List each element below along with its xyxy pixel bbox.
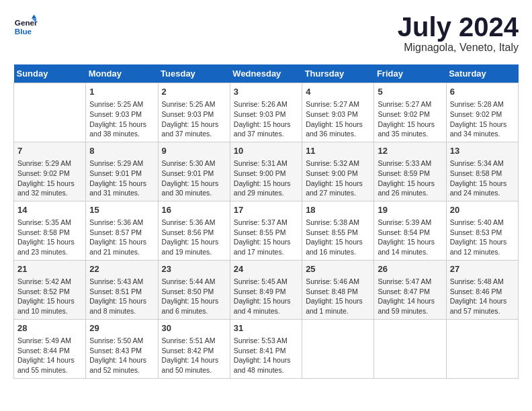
day-info: Sunrise: 5:34 AM Sunset: 8:58 PM Dayligh… [450, 158, 515, 198]
day-info: Sunrise: 5:50 AM Sunset: 8:43 PM Dayligh… [89, 336, 154, 375]
column-header-tuesday: Tuesday [158, 64, 230, 83]
day-info: Sunrise: 5:53 AM Sunset: 8:41 PM Dayligh… [234, 336, 298, 375]
day-info: Sunrise: 5:25 AM Sunset: 9:03 PM Dayligh… [162, 99, 226, 139]
svg-marker-2 [32, 15, 36, 18]
column-header-sunday: Sunday [14, 64, 86, 83]
header: General Blue July 2024 Mignagola, Veneto… [13, 13, 519, 54]
day-number: 11 [306, 145, 370, 157]
day-number: 14 [17, 204, 82, 216]
day-info: Sunrise: 5:37 AM Sunset: 8:55 PM Dayligh… [234, 218, 298, 257]
day-cell: 8Sunrise: 5:29 AM Sunset: 9:01 PM Daylig… [86, 142, 158, 201]
column-header-friday: Friday [374, 64, 446, 83]
day-cell: 26Sunrise: 5:47 AM Sunset: 8:47 PM Dayli… [374, 260, 446, 319]
day-info: Sunrise: 5:35 AM Sunset: 8:58 PM Dayligh… [17, 218, 82, 257]
day-info: Sunrise: 5:44 AM Sunset: 8:50 PM Dayligh… [162, 277, 226, 316]
day-number: 15 [89, 204, 154, 216]
day-cell: 28Sunrise: 5:49 AM Sunset: 8:44 PM Dayli… [14, 319, 86, 378]
day-cell: 18Sunrise: 5:38 AM Sunset: 8:55 PM Dayli… [302, 201, 374, 260]
day-info: Sunrise: 5:46 AM Sunset: 8:48 PM Dayligh… [306, 277, 370, 316]
day-info: Sunrise: 5:47 AM Sunset: 8:47 PM Dayligh… [378, 277, 442, 316]
day-info: Sunrise: 5:29 AM Sunset: 9:02 PM Dayligh… [17, 158, 82, 198]
day-number: 16 [162, 204, 226, 216]
day-info: Sunrise: 5:27 AM Sunset: 9:02 PM Dayligh… [378, 99, 442, 139]
day-number: 19 [378, 204, 442, 216]
day-cell [14, 83, 86, 142]
day-number: 10 [234, 145, 298, 157]
week-row-2: 7Sunrise: 5:29 AM Sunset: 9:02 PM Daylig… [14, 142, 519, 201]
day-cell: 21Sunrise: 5:42 AM Sunset: 8:52 PM Dayli… [14, 260, 86, 319]
day-number: 21 [17, 263, 82, 275]
day-number: 12 [378, 145, 442, 157]
column-header-saturday: Saturday [446, 64, 518, 83]
week-row-3: 14Sunrise: 5:35 AM Sunset: 8:58 PM Dayli… [14, 201, 519, 260]
day-info: Sunrise: 5:49 AM Sunset: 8:44 PM Dayligh… [17, 336, 82, 375]
week-row-5: 28Sunrise: 5:49 AM Sunset: 8:44 PM Dayli… [14, 319, 519, 378]
day-cell [302, 319, 374, 378]
logo: General Blue [13, 13, 38, 38]
day-number: 27 [450, 263, 515, 275]
day-number: 22 [89, 263, 154, 275]
column-header-thursday: Thursday [302, 64, 374, 83]
day-info: Sunrise: 5:36 AM Sunset: 8:57 PM Dayligh… [89, 218, 154, 257]
day-cell: 25Sunrise: 5:46 AM Sunset: 8:48 PM Dayli… [302, 260, 374, 319]
day-cell: 14Sunrise: 5:35 AM Sunset: 8:58 PM Dayli… [14, 201, 86, 260]
day-info: Sunrise: 5:30 AM Sunset: 9:01 PM Dayligh… [162, 158, 226, 198]
day-cell: 17Sunrise: 5:37 AM Sunset: 8:55 PM Dayli… [230, 201, 302, 260]
day-cell: 13Sunrise: 5:34 AM Sunset: 8:58 PM Dayli… [446, 142, 518, 201]
day-cell: 11Sunrise: 5:32 AM Sunset: 9:00 PM Dayli… [302, 142, 374, 201]
day-number: 4 [306, 86, 370, 98]
day-cell: 29Sunrise: 5:50 AM Sunset: 8:43 PM Dayli… [86, 319, 158, 378]
day-info: Sunrise: 5:29 AM Sunset: 9:01 PM Dayligh… [89, 158, 154, 198]
day-cell: 5Sunrise: 5:27 AM Sunset: 9:02 PM Daylig… [374, 83, 446, 142]
day-cell: 12Sunrise: 5:33 AM Sunset: 8:59 PM Dayli… [374, 142, 446, 201]
day-info: Sunrise: 5:33 AM Sunset: 8:59 PM Dayligh… [378, 158, 442, 198]
day-info: Sunrise: 5:51 AM Sunset: 8:42 PM Dayligh… [162, 336, 226, 375]
day-cell: 1Sunrise: 5:25 AM Sunset: 9:03 PM Daylig… [86, 83, 158, 142]
svg-text:Blue: Blue [15, 27, 32, 36]
day-info: Sunrise: 5:28 AM Sunset: 9:02 PM Dayligh… [450, 99, 515, 139]
day-info: Sunrise: 5:25 AM Sunset: 9:03 PM Dayligh… [89, 99, 154, 139]
day-number: 20 [450, 204, 515, 216]
day-cell: 4Sunrise: 5:27 AM Sunset: 9:03 PM Daylig… [302, 83, 374, 142]
day-cell: 31Sunrise: 5:53 AM Sunset: 8:41 PM Dayli… [230, 319, 302, 378]
day-cell: 19Sunrise: 5:39 AM Sunset: 8:54 PM Dayli… [374, 201, 446, 260]
day-number: 17 [234, 204, 298, 216]
day-number: 30 [162, 322, 226, 334]
day-number: 23 [162, 263, 226, 275]
title-area: July 2024 Mignagola, Veneto, Italy [398, 13, 519, 54]
day-cell: 3Sunrise: 5:26 AM Sunset: 9:03 PM Daylig… [230, 83, 302, 142]
day-cell: 27Sunrise: 5:48 AM Sunset: 8:46 PM Dayli… [446, 260, 518, 319]
day-number: 26 [378, 263, 442, 275]
day-cell: 16Sunrise: 5:36 AM Sunset: 8:56 PM Dayli… [158, 201, 230, 260]
day-number: 24 [234, 263, 298, 275]
day-number: 2 [162, 86, 226, 98]
month-title: July 2024 [398, 13, 519, 40]
day-number: 18 [306, 204, 370, 216]
day-number: 1 [89, 86, 154, 98]
day-info: Sunrise: 5:38 AM Sunset: 8:55 PM Dayligh… [306, 218, 370, 257]
day-cell: 15Sunrise: 5:36 AM Sunset: 8:57 PM Dayli… [86, 201, 158, 260]
day-info: Sunrise: 5:26 AM Sunset: 9:03 PM Dayligh… [234, 99, 298, 139]
day-cell: 2Sunrise: 5:25 AM Sunset: 9:03 PM Daylig… [158, 83, 230, 142]
week-row-4: 21Sunrise: 5:42 AM Sunset: 8:52 PM Dayli… [14, 260, 519, 319]
day-cell: 6Sunrise: 5:28 AM Sunset: 9:02 PM Daylig… [446, 83, 518, 142]
day-number: 5 [378, 86, 442, 98]
day-info: Sunrise: 5:42 AM Sunset: 8:52 PM Dayligh… [17, 277, 82, 316]
day-info: Sunrise: 5:39 AM Sunset: 8:54 PM Dayligh… [378, 218, 442, 257]
day-cell: 10Sunrise: 5:31 AM Sunset: 9:00 PM Dayli… [230, 142, 302, 201]
day-number: 8 [89, 145, 154, 157]
location-title: Mignagola, Veneto, Italy [398, 42, 519, 54]
day-info: Sunrise: 5:36 AM Sunset: 8:56 PM Dayligh… [162, 218, 226, 257]
logo-icon: General Blue [13, 13, 38, 38]
day-cell: 22Sunrise: 5:43 AM Sunset: 8:51 PM Dayli… [86, 260, 158, 319]
day-cell: 30Sunrise: 5:51 AM Sunset: 8:42 PM Dayli… [158, 319, 230, 378]
day-number: 3 [234, 86, 298, 98]
day-number: 25 [306, 263, 370, 275]
day-info: Sunrise: 5:31 AM Sunset: 9:00 PM Dayligh… [234, 158, 298, 198]
day-number: 9 [162, 145, 226, 157]
day-number: 7 [17, 145, 82, 157]
day-cell: 9Sunrise: 5:30 AM Sunset: 9:01 PM Daylig… [158, 142, 230, 201]
day-number: 13 [450, 145, 515, 157]
day-info: Sunrise: 5:48 AM Sunset: 8:46 PM Dayligh… [450, 277, 515, 316]
day-number: 31 [234, 322, 298, 334]
